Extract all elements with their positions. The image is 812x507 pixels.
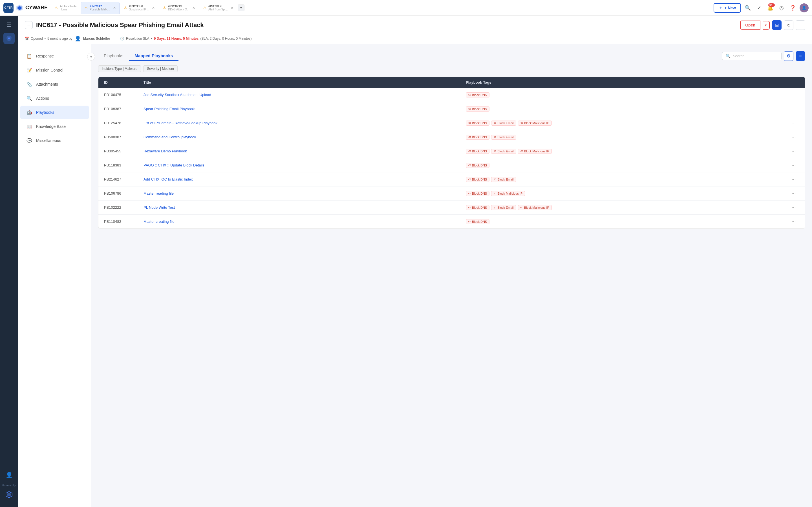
playbook-tag: Block DNS — [466, 93, 490, 98]
refresh-icon-button[interactable]: ↻ — [784, 20, 794, 30]
row-menu-button[interactable]: ··· — [788, 205, 799, 210]
sidebar-shield-icon[interactable] — [3, 33, 15, 44]
search-filter-row: 🔍 ⚙ ≡ — [722, 51, 805, 61]
mission-control-icon: 📝 — [26, 67, 33, 73]
row-menu-button[interactable]: ··· — [788, 176, 799, 182]
tab-inc3356-close[interactable]: ✕ — [152, 6, 155, 10]
search-input[interactable] — [733, 54, 778, 58]
nav-item-mission-control[interactable]: 📝 Mission Control — [20, 63, 89, 77]
row-menu-button[interactable]: ··· — [788, 92, 799, 98]
loader-icon-button[interactable]: ◎ — [777, 3, 786, 12]
row-id: PB106475 — [104, 93, 144, 97]
row-menu-button[interactable]: ··· — [788, 190, 799, 196]
row-title[interactable]: Master creating file — [144, 219, 466, 224]
row-menu-button[interactable]: ··· — [788, 134, 799, 140]
new-button[interactable]: ＋ + New — [714, 3, 741, 13]
nav-item-knowledge-base[interactable]: 📖 Knowledge Base — [20, 120, 89, 133]
user-avatar-small: 👤 — [75, 36, 81, 42]
search-box[interactable]: 🔍 — [722, 52, 781, 60]
tab-mapped-playbooks[interactable]: Mapped Playbooks — [129, 51, 179, 61]
filter-button[interactable]: ⚙ — [784, 51, 794, 61]
tab-inc3356-labels: #INC3356 Suspicious IP ... — [129, 4, 149, 11]
tab-inc3836-close[interactable]: ✕ — [231, 6, 234, 10]
row-tags: Block DNSBlock EmailBlock Malicious IP — [466, 121, 788, 126]
table-body: PB106475Joe Security Sandbox Attachment … — [98, 88, 805, 228]
tab-inc617-labels: #INC617 Possible Malic... — [90, 4, 110, 11]
row-menu-button[interactable]: ··· — [788, 219, 799, 224]
row-title[interactable]: PAGO :: CTIX :: Update Block Details — [144, 163, 466, 167]
row-title[interactable]: Command and Control playbook — [144, 135, 466, 139]
row-title[interactable]: Hexaware Demo Playbook — [144, 149, 466, 153]
row-id: PB125478 — [104, 121, 144, 125]
tab-inc0213-close[interactable]: ✕ — [192, 6, 195, 10]
row-title[interactable]: List of IP/Domain - Retrieve/Lookup Play… — [144, 121, 466, 125]
sidebar-bottom: 👤 Powered by — [2, 469, 16, 504]
row-menu-button[interactable]: ··· — [788, 148, 799, 154]
playbook-tag: Block DNS — [466, 219, 490, 224]
cftr-badge: CFTR — [3, 3, 13, 13]
row-tags: Block DNS — [466, 163, 788, 168]
table-row: PB106786Master reading fileBlock DNSBloc… — [98, 186, 805, 201]
back-button[interactable]: ← — [25, 21, 33, 29]
tab-inc617[interactable]: ⚠ #INC617 Possible Malic... ✕ — [81, 2, 119, 14]
open-status-chevron[interactable]: ▾ — [763, 21, 770, 30]
sidebar-user-icon[interactable]: 👤 — [3, 469, 15, 481]
more-options-button[interactable]: ··· — [796, 20, 805, 30]
row-menu-button[interactable]: ··· — [788, 120, 799, 126]
cyware-logo-icon — [16, 4, 24, 12]
tab-home[interactable]: ⚠ All Incidents Home — [51, 2, 80, 14]
nav-collapse-button[interactable]: « — [87, 53, 95, 61]
checkmark-icon-button[interactable]: ✓ — [755, 3, 763, 12]
filter-tag-incident-type[interactable]: Incident Type | Malware — [98, 65, 141, 72]
tab-inc3836[interactable]: ⚠ #INC3836 Alert from Spl... ✕ — [199, 2, 237, 14]
tab-inc0213[interactable]: ⚠ #INC0213 DDoS Attack O... ✕ — [159, 2, 199, 14]
row-title[interactable]: Joe Security Sandbox Attachment Upload — [144, 93, 466, 97]
tabs-area: ⚠ All Incidents Home ⚠ #INC617 Possible … — [51, 2, 711, 14]
incident-title-row: ← INC617 - Possible Malicious Spear Phis… — [25, 20, 805, 30]
content-area: Playbooks Mapped Playbooks 🔍 ⚙ ≡ Inciden… — [91, 44, 812, 507]
open-status-button[interactable]: Open — [740, 20, 760, 30]
sort-icon: ↓ — [152, 80, 154, 84]
list-view-button[interactable]: ≡ — [796, 51, 805, 61]
tab-inc617-close[interactable]: ✕ — [113, 6, 116, 10]
nav-item-attachments[interactable]: 📎 Attachments — [20, 77, 89, 91]
playbooks-icon: 🤖 — [26, 109, 33, 116]
playbook-tag: Block DNS — [466, 121, 490, 126]
nav-item-actions[interactable]: 🔍 Actions — [20, 92, 89, 105]
row-title[interactable]: Master reading file — [144, 191, 466, 195]
nav-item-miscellaneous[interactable]: 💬 Miscellaneous — [20, 134, 89, 147]
tab-inc3836-icon: ⚠ — [203, 6, 207, 10]
table-row: PB108387Spear Phishing Email PlaybookBlo… — [98, 102, 805, 116]
tab-more-button[interactable]: ▾ — [238, 4, 245, 11]
help-icon-button[interactable]: ❓ — [788, 3, 797, 12]
layout-icon-button[interactable]: ⊞ — [772, 20, 781, 30]
tab-playbooks[interactable]: Playbooks — [98, 51, 129, 61]
row-tags: Block DNS — [466, 93, 788, 98]
row-title[interactable]: Add CTIX IOC to Elastic Index — [144, 177, 466, 181]
row-menu-button[interactable]: ··· — [788, 106, 799, 112]
nav-item-playbooks[interactable]: 🤖 Playbooks — [20, 106, 89, 119]
nav-panel: « 📋 Response 📝 Mission Control 📎 Attachm… — [18, 44, 91, 507]
sidebar-menu-icon[interactable]: ☰ — [3, 19, 15, 31]
playbook-tag: Block DNS — [466, 205, 490, 210]
user-avatar[interactable]: 👤 — [800, 3, 809, 12]
row-id: PB106786 — [104, 191, 144, 195]
sidebar-brand-icon[interactable] — [3, 489, 15, 500]
tab-home-icon: ⚠ — [54, 6, 58, 10]
actions-icon: 🔍 — [26, 95, 33, 102]
col-tags: Playbook Tags — [466, 80, 788, 84]
notifications-icon-button[interactable]: 🔔 99+ — [766, 3, 775, 12]
tab-inc3356[interactable]: ⚠ #INC3356 Suspicious IP ... ✕ — [120, 2, 159, 14]
playbook-tag: Block DNS — [466, 163, 490, 168]
filter-tag-severity[interactable]: Severity | Medium — [143, 65, 177, 72]
playbook-tag: Block DNS — [466, 191, 490, 196]
row-menu-button[interactable]: ··· — [788, 162, 799, 168]
search-icon-button[interactable]: 🔍 — [743, 3, 752, 12]
row-title[interactable]: PL Node Write Test — [144, 205, 466, 210]
new-plus-icon: ＋ — [719, 5, 723, 10]
row-id: PB588387 — [104, 135, 144, 139]
table-row: PB125478List of IP/Domain - Retrieve/Loo… — [98, 116, 805, 130]
nav-item-response[interactable]: 📋 Response — [20, 49, 89, 63]
row-title[interactable]: Spear Phishing Email Playbook — [144, 107, 466, 111]
row-id: PB110482 — [104, 219, 144, 224]
